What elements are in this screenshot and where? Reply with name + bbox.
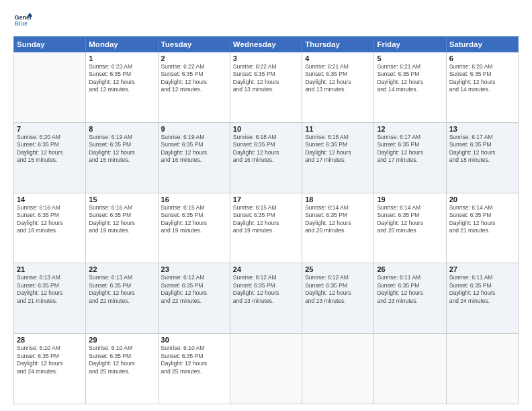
day-number: 18	[305, 195, 371, 203]
calendar-cell: 23Sunrise: 6:12 AMSunset: 6:35 PMDayligh…	[158, 263, 230, 334]
calendar-cell: 22Sunrise: 6:13 AMSunset: 6:35 PMDayligh…	[86, 263, 158, 334]
day-info: Sunrise: 6:16 AMSunset: 6:35 PMDaylight:…	[17, 204, 83, 235]
day-header-tuesday: Tuesday	[158, 37, 230, 52]
day-number: 7	[17, 125, 83, 133]
day-info: Sunrise: 6:19 AMSunset: 6:35 PMDaylight:…	[161, 134, 227, 165]
day-number: 29	[89, 336, 154, 344]
calendar-cell: 29Sunrise: 6:10 AMSunset: 6:35 PMDayligh…	[86, 334, 158, 404]
day-info: Sunrise: 6:19 AMSunset: 6:35 PMDaylight:…	[89, 134, 154, 165]
day-info: Sunrise: 6:20 AMSunset: 6:35 PMDaylight:…	[449, 63, 515, 94]
day-number: 3	[233, 54, 299, 62]
calendar-week-row: 14Sunrise: 6:16 AMSunset: 6:35 PMDayligh…	[14, 193, 519, 263]
calendar-cell: 30Sunrise: 6:10 AMSunset: 6:35 PMDayligh…	[158, 334, 230, 404]
calendar-cell: 20Sunrise: 6:14 AMSunset: 6:35 PMDayligh…	[446, 193, 518, 263]
calendar-cell: 3Sunrise: 6:22 AMSunset: 6:35 PMDaylight…	[230, 52, 302, 123]
day-number: 14	[17, 195, 83, 203]
calendar-cell	[374, 334, 446, 404]
calendar-cell: 15Sunrise: 6:16 AMSunset: 6:35 PMDayligh…	[86, 193, 158, 263]
day-info: Sunrise: 6:22 AMSunset: 6:35 PMDaylight:…	[161, 63, 227, 94]
calendar-cell: 6Sunrise: 6:20 AMSunset: 6:35 PMDaylight…	[446, 52, 518, 123]
calendar-header-row: SundayMondayTuesdayWednesdayThursdayFrid…	[14, 37, 519, 52]
day-info: Sunrise: 6:11 AMSunset: 6:35 PMDaylight:…	[449, 274, 515, 305]
calendar-cell: 24Sunrise: 6:12 AMSunset: 6:35 PMDayligh…	[230, 263, 302, 334]
day-info: Sunrise: 6:10 AMSunset: 6:35 PMDaylight:…	[161, 345, 227, 375]
day-info: Sunrise: 6:13 AMSunset: 6:35 PMDaylight:…	[89, 274, 154, 305]
calendar-cell: 19Sunrise: 6:14 AMSunset: 6:35 PMDayligh…	[374, 193, 446, 263]
calendar-cell: 2Sunrise: 6:22 AMSunset: 6:35 PMDaylight…	[158, 52, 230, 123]
calendar-cell: 14Sunrise: 6:16 AMSunset: 6:35 PMDayligh…	[14, 193, 86, 263]
calendar-cell: 4Sunrise: 6:21 AMSunset: 6:35 PMDaylight…	[302, 52, 374, 123]
day-number: 2	[161, 54, 227, 62]
day-info: Sunrise: 6:17 AMSunset: 6:35 PMDaylight:…	[377, 134, 443, 165]
day-info: Sunrise: 6:18 AMSunset: 6:35 PMDaylight:…	[305, 134, 371, 165]
day-info: Sunrise: 6:11 AMSunset: 6:35 PMDaylight:…	[377, 274, 443, 305]
calendar-cell: 18Sunrise: 6:14 AMSunset: 6:35 PMDayligh…	[302, 193, 374, 263]
calendar-cell: 13Sunrise: 6:17 AMSunset: 6:35 PMDayligh…	[446, 122, 518, 193]
day-number: 23	[161, 265, 227, 273]
svg-text:Blue: Blue	[14, 20, 28, 27]
calendar-week-row: 7Sunrise: 6:20 AMSunset: 6:35 PMDaylight…	[14, 122, 519, 193]
logo-icon: General Blue	[13, 11, 32, 30]
calendar-table: SundayMondayTuesdayWednesdayThursdayFrid…	[13, 36, 519, 404]
day-number: 4	[305, 54, 371, 62]
day-info: Sunrise: 6:14 AMSunset: 6:35 PMDaylight:…	[305, 204, 371, 235]
calendar-cell: 11Sunrise: 6:18 AMSunset: 6:35 PMDayligh…	[302, 122, 374, 193]
calendar-cell	[14, 52, 86, 123]
calendar-cell: 10Sunrise: 6:18 AMSunset: 6:35 PMDayligh…	[230, 122, 302, 193]
day-number: 30	[161, 336, 227, 344]
calendar-cell: 7Sunrise: 6:20 AMSunset: 6:35 PMDaylight…	[14, 122, 86, 193]
calendar-cell: 28Sunrise: 6:10 AMSunset: 6:35 PMDayligh…	[14, 334, 86, 404]
calendar-cell: 21Sunrise: 6:13 AMSunset: 6:35 PMDayligh…	[14, 263, 86, 334]
logo: General Blue	[13, 11, 32, 30]
day-number: 11	[305, 125, 371, 133]
day-number: 12	[377, 125, 443, 133]
day-number: 27	[449, 265, 515, 273]
calendar-cell: 5Sunrise: 6:21 AMSunset: 6:35 PMDaylight…	[374, 52, 446, 123]
day-info: Sunrise: 6:21 AMSunset: 6:35 PMDaylight:…	[305, 63, 371, 94]
calendar-cell: 27Sunrise: 6:11 AMSunset: 6:35 PMDayligh…	[446, 263, 518, 334]
day-header-monday: Monday	[86, 37, 158, 52]
day-number: 15	[89, 195, 154, 203]
day-number: 24	[233, 265, 299, 273]
calendar-week-row: 28Sunrise: 6:10 AMSunset: 6:35 PMDayligh…	[14, 334, 519, 404]
day-info: Sunrise: 6:23 AMSunset: 6:35 PMDaylight:…	[89, 63, 154, 94]
day-info: Sunrise: 6:18 AMSunset: 6:35 PMDaylight:…	[233, 134, 299, 165]
day-number: 16	[161, 195, 227, 203]
day-info: Sunrise: 6:14 AMSunset: 6:35 PMDaylight:…	[449, 204, 515, 235]
day-header-sunday: Sunday	[14, 37, 86, 52]
day-header-wednesday: Wednesday	[230, 37, 302, 52]
calendar-cell: 25Sunrise: 6:12 AMSunset: 6:35 PMDayligh…	[302, 263, 374, 334]
day-number: 8	[89, 125, 154, 133]
day-info: Sunrise: 6:20 AMSunset: 6:35 PMDaylight:…	[17, 134, 83, 165]
day-header-friday: Friday	[374, 37, 446, 52]
day-number: 20	[449, 195, 515, 203]
calendar-cell: 9Sunrise: 6:19 AMSunset: 6:35 PMDaylight…	[158, 122, 230, 193]
day-header-thursday: Thursday	[302, 37, 374, 52]
calendar-cell: 26Sunrise: 6:11 AMSunset: 6:35 PMDayligh…	[374, 263, 446, 334]
day-info: Sunrise: 6:15 AMSunset: 6:35 PMDaylight:…	[161, 204, 227, 235]
calendar-cell	[230, 334, 302, 404]
calendar-cell	[446, 334, 518, 404]
day-number: 21	[17, 265, 83, 273]
calendar-cell: 8Sunrise: 6:19 AMSunset: 6:35 PMDaylight…	[86, 122, 158, 193]
day-info: Sunrise: 6:14 AMSunset: 6:35 PMDaylight:…	[377, 204, 443, 235]
day-number: 10	[233, 125, 299, 133]
day-number: 26	[377, 265, 443, 273]
day-info: Sunrise: 6:12 AMSunset: 6:35 PMDaylight:…	[233, 274, 299, 305]
day-number: 28	[17, 336, 83, 344]
day-number: 6	[449, 54, 515, 62]
day-info: Sunrise: 6:15 AMSunset: 6:35 PMDaylight:…	[233, 204, 299, 235]
day-number: 19	[377, 195, 443, 203]
calendar-cell: 17Sunrise: 6:15 AMSunset: 6:35 PMDayligh…	[230, 193, 302, 263]
page-header: General Blue	[13, 11, 519, 30]
calendar-week-row: 21Sunrise: 6:13 AMSunset: 6:35 PMDayligh…	[14, 263, 519, 334]
day-info: Sunrise: 6:10 AMSunset: 6:35 PMDaylight:…	[17, 345, 83, 375]
calendar-week-row: 1Sunrise: 6:23 AMSunset: 6:35 PMDaylight…	[14, 52, 519, 123]
calendar-cell: 12Sunrise: 6:17 AMSunset: 6:35 PMDayligh…	[374, 122, 446, 193]
day-number: 22	[89, 265, 154, 273]
day-number: 17	[233, 195, 299, 203]
calendar-cell: 1Sunrise: 6:23 AMSunset: 6:35 PMDaylight…	[86, 52, 158, 123]
day-number: 9	[161, 125, 227, 133]
day-number: 1	[89, 54, 154, 62]
day-info: Sunrise: 6:10 AMSunset: 6:35 PMDaylight:…	[89, 345, 154, 375]
